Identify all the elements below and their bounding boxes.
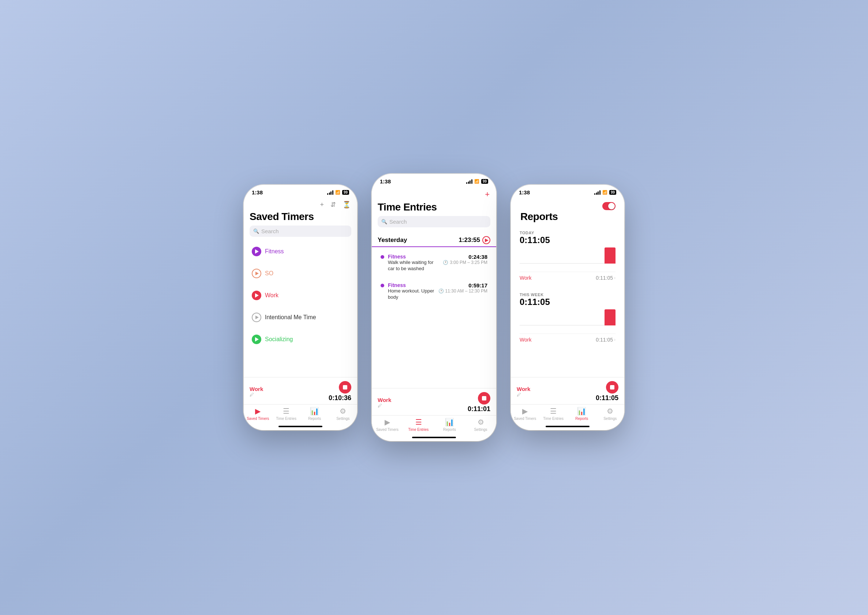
report-chart-today bbox=[520, 248, 616, 270]
play-button-work[interactable] bbox=[252, 291, 261, 300]
timer-list: Fitness SO Work bbox=[244, 242, 357, 377]
active-timer-right-left: 0:10:36 bbox=[329, 381, 351, 402]
report-period-today: TODAY bbox=[520, 231, 616, 235]
sort-button-left[interactable]: ⇵ bbox=[330, 200, 337, 209]
chart-baseline-week bbox=[520, 325, 616, 325]
entry-dot-2 bbox=[380, 284, 384, 287]
home-bar-left bbox=[279, 426, 323, 427]
chart-bar-week bbox=[605, 309, 616, 325]
tab-time-entries-left[interactable]: ☰ Time Entries bbox=[272, 407, 301, 421]
entry-category-1: Fitness bbox=[388, 254, 439, 259]
tab-saved-timers-center[interactable]: ▶ Saved Timers bbox=[372, 418, 403, 432]
timer-item-so[interactable]: SO bbox=[247, 264, 354, 283]
active-timer-name-left: Work bbox=[249, 386, 263, 392]
entry-content-1: Fitness Walk while waiting for car to be… bbox=[388, 254, 439, 272]
tab-saved-timers-left[interactable]: ▶ Saved Timers bbox=[244, 407, 272, 421]
active-timer-name-center: Work bbox=[378, 397, 391, 403]
status-icons-right: 📶 99 bbox=[594, 190, 616, 195]
active-timer-time-right: 0:11:05 bbox=[596, 394, 619, 402]
signal-icon-center bbox=[466, 180, 472, 184]
play-button-so[interactable] bbox=[252, 269, 261, 278]
entry-card-2[interactable]: Fitness Home workout. Upper body 0:59:17… bbox=[376, 279, 492, 304]
clock-button-left[interactable]: ⏳ bbox=[342, 200, 351, 209]
chart-baseline-today bbox=[520, 263, 616, 264]
chart-bar-today bbox=[605, 247, 616, 264]
home-indicator-left bbox=[244, 424, 357, 430]
add-button-center[interactable]: + bbox=[484, 189, 490, 200]
report-total-week: 0:11:05 bbox=[520, 297, 616, 307]
stop-button-right[interactable] bbox=[606, 381, 619, 393]
battery-left: 99 bbox=[342, 190, 349, 195]
search-bar-center[interactable]: 🔍 Search bbox=[378, 216, 490, 227]
entry-content-2: Fitness Home workout. Upper body bbox=[388, 282, 435, 301]
entry-card-1[interactable]: Fitness Walk while waiting for car to be… bbox=[376, 250, 492, 276]
phone-reports: 1:38 📶 99 Reports bbox=[511, 185, 624, 430]
reports-content: TODAY 0:11:05 Work 0:11:05 › bbox=[511, 226, 624, 377]
page-title-left: Saved Timers bbox=[249, 211, 351, 223]
home-bar-center bbox=[412, 437, 456, 438]
timer-name-so: SO bbox=[265, 270, 273, 277]
stop-button-left[interactable] bbox=[339, 381, 351, 393]
tab-label-saved-timers-right: Saved Timers bbox=[514, 417, 536, 421]
time-left: 1:38 bbox=[252, 189, 263, 195]
stop-icon-left bbox=[343, 385, 347, 390]
tab-reports-right[interactable]: 📊 Reports bbox=[567, 407, 596, 421]
tab-settings-right[interactable]: ⚙ Settings bbox=[596, 407, 625, 421]
report-cat-time-week: 0:11:05 › bbox=[596, 337, 616, 343]
phone-time-entries: 1:38 📶 99 + Time Entries 🔍 bbox=[372, 174, 496, 441]
time-center: 1:38 bbox=[380, 178, 391, 184]
play-button-socializing[interactable] bbox=[252, 335, 261, 344]
status-icons-center: 📶 99 bbox=[466, 179, 488, 184]
active-timer-time-center: 0:11:01 bbox=[468, 405, 490, 413]
entry-time-range-1: 🕐 3:00 PM – 3:25 PM bbox=[443, 260, 488, 265]
tab-reports-center[interactable]: 📊 Reports bbox=[434, 418, 465, 432]
report-category-row-today[interactable]: Work 0:11:05 › bbox=[520, 272, 616, 281]
tab-saved-timers-right[interactable]: ▶ Saved Timers bbox=[511, 407, 539, 421]
date-section-header: Yesterday 1:23:55 ▶ bbox=[372, 233, 496, 247]
active-timer-name-right: Work bbox=[517, 386, 530, 392]
home-indicator-center bbox=[372, 435, 496, 441]
tab-icon-reports-left: 📊 bbox=[310, 407, 319, 415]
tab-reports-left[interactable]: 📊 Reports bbox=[301, 407, 329, 421]
play-button-fitness[interactable] bbox=[252, 247, 261, 256]
report-category-row-week[interactable]: Work 0:11:05 › bbox=[520, 334, 616, 343]
tab-label-reports-right: Reports bbox=[575, 417, 588, 421]
active-timer-bar-right: Work 🖊 0:11:05 bbox=[511, 377, 624, 404]
tab-settings-left[interactable]: ⚙ Settings bbox=[329, 407, 357, 421]
tab-settings-center[interactable]: ⚙ Settings bbox=[465, 418, 496, 432]
timer-item-fitness[interactable]: Fitness bbox=[247, 242, 354, 261]
tab-label-saved-timers-center: Saved Timers bbox=[376, 428, 399, 432]
report-period-week: THIS WEEK bbox=[520, 292, 616, 297]
entry-duration-1: 0:24:38 bbox=[443, 254, 488, 260]
expand-icon[interactable]: ▶ bbox=[482, 236, 490, 244]
page-title-right: Reports bbox=[517, 211, 619, 223]
entry-dot-1 bbox=[380, 255, 384, 259]
tab-time-entries-center[interactable]: ☰ Time Entries bbox=[403, 418, 434, 432]
play-button-intentional[interactable] bbox=[252, 313, 261, 322]
toggle-icon-right[interactable] bbox=[602, 202, 616, 210]
search-icon-left: 🔍 bbox=[253, 228, 259, 234]
report-cat-name-week: Work bbox=[520, 337, 531, 343]
timer-item-intentional[interactable]: Intentional Me Time bbox=[247, 308, 354, 327]
search-bar-left[interactable]: 🔍 Search bbox=[249, 225, 351, 237]
add-button-left[interactable]: + bbox=[319, 200, 324, 209]
date-total-time: 1:23:55 bbox=[458, 236, 480, 244]
timer-item-work[interactable]: Work bbox=[247, 286, 354, 305]
active-timer-right-center: 0:11:01 bbox=[468, 392, 490, 413]
stop-button-center[interactable] bbox=[478, 392, 490, 404]
tab-icon-saved-timers-center: ▶ bbox=[385, 418, 390, 426]
chevron-icon-week: › bbox=[614, 337, 616, 342]
timer-item-socializing[interactable]: Socializing bbox=[247, 330, 354, 349]
entry-description-2: Home workout. Upper body bbox=[388, 288, 435, 301]
toggle-knob-right bbox=[608, 203, 615, 209]
tab-time-entries-right[interactable]: ☰ Time Entries bbox=[539, 407, 568, 421]
entry-duration-2: 0:59:17 bbox=[438, 282, 488, 289]
search-icon-center: 🔍 bbox=[381, 219, 387, 225]
active-timer-info-left: Work 🖊 bbox=[249, 386, 263, 397]
active-timer-right-right: 0:11:05 bbox=[596, 381, 619, 402]
active-timer-info-center: Work 🖊 bbox=[378, 397, 391, 408]
time-entries-content: Yesterday 1:23:55 ▶ Fitness Walk while w… bbox=[372, 233, 496, 388]
header-actions-left: + ⇵ ⏳ bbox=[249, 200, 351, 209]
date-total: 1:23:55 ▶ bbox=[458, 236, 490, 244]
tab-label-reports-center: Reports bbox=[443, 428, 456, 432]
